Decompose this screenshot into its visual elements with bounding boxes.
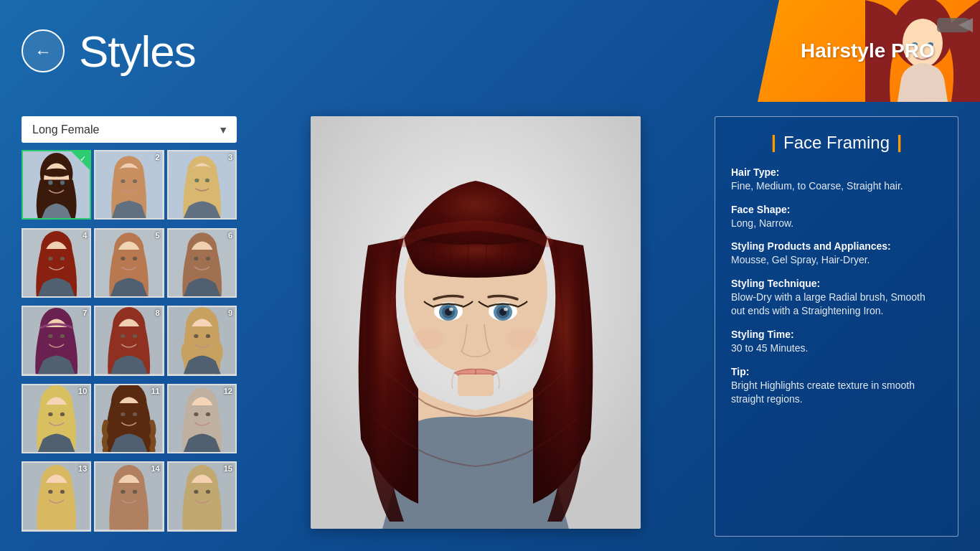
pipe-left: |	[771, 131, 776, 154]
svg-point-58	[121, 413, 126, 416]
tip-section: Tip: Bright Highlights create texture in…	[731, 366, 942, 407]
svg-point-43	[121, 334, 126, 338]
styling-products-value: Mousse, Gel Spray, Hair-Dryer.	[731, 254, 870, 265]
right-panel: | Face Framing | Hair Type: Fine, Medium…	[715, 116, 958, 537]
style-item[interactable]: 14	[94, 461, 164, 531]
style-number: 10	[78, 387, 87, 395]
face-shape-value: Long, Narrow.	[731, 217, 793, 229]
style-item[interactable]: 13	[22, 461, 91, 531]
svg-point-24	[60, 256, 65, 260]
svg-point-74	[133, 490, 137, 494]
svg-point-23	[48, 256, 52, 260]
style-number: 7	[83, 309, 87, 317]
style-item[interactable]: 10	[22, 384, 91, 453]
hair-type-value: Fine, Medium, to Coarse, Straight hair.	[731, 180, 903, 192]
style-name: Face Framing	[783, 133, 890, 153]
svg-point-69	[60, 490, 65, 494]
svg-point-13	[121, 179, 126, 183]
svg-point-53	[48, 413, 52, 416]
style-number: 2	[156, 153, 160, 161]
header: ← Styles Hairstyle PRO	[0, 0, 980, 102]
face-shape-section: Face Shape: Long, Narrow.	[731, 204, 942, 231]
styling-technique-section: Styling Technique: Blow-Dry with a large…	[731, 278, 942, 319]
brand-text: Hairstyle PRO	[801, 39, 935, 62]
main-content: Long Female Short Female Medium Female L…	[0, 102, 980, 551]
svg-point-33	[194, 256, 198, 260]
svg-point-63	[194, 413, 198, 416]
hair-type-section: Hair Type: Fine, Medium, to Coarse, Stra…	[731, 166, 942, 194]
svg-point-49	[206, 334, 210, 338]
style-item[interactable]: ✓	[22, 150, 91, 220]
style-item[interactable]: 4	[22, 228, 91, 298]
svg-point-48	[194, 334, 198, 338]
style-number: 12	[224, 387, 232, 395]
svg-point-9	[60, 180, 65, 184]
style-number: 11	[151, 387, 159, 395]
style-number: 8	[156, 309, 160, 317]
styling-technique-value: Blow-Dry with a large Radial brush, Smoo…	[731, 291, 925, 317]
left-panel: Long Female Short Female Medium Female L…	[22, 116, 237, 537]
style-item[interactable]: 5	[94, 228, 164, 298]
style-number: 3	[228, 153, 232, 161]
svg-point-34	[206, 256, 210, 260]
svg-rect-96	[458, 375, 494, 396]
svg-point-8	[48, 180, 52, 184]
style-grid: ✓ 2	[22, 150, 237, 537]
tip-label: Tip:	[731, 366, 942, 377]
styling-time-label: Styling Time:	[731, 329, 942, 340]
style-number: 6	[228, 231, 232, 240]
style-item[interactable]: 3	[167, 150, 237, 220]
style-item[interactable]: 9	[167, 306, 237, 375]
svg-point-19	[204, 179, 209, 182]
style-number: 9	[228, 309, 232, 317]
svg-point-39	[60, 334, 65, 338]
preview-frame	[311, 116, 641, 529]
svg-point-44	[133, 334, 137, 338]
styling-time-value: 30 to 45 Minutes.	[731, 342, 808, 354]
svg-point-68	[48, 490, 52, 494]
svg-point-38	[48, 334, 52, 338]
svg-point-95	[507, 328, 538, 349]
svg-point-28	[121, 256, 126, 260]
face-shape-label: Face Shape:	[731, 204, 942, 215]
pipe-right: |	[897, 131, 902, 154]
tip-value: Bright Highlights create texture in smoo…	[731, 380, 915, 405]
svg-point-14	[133, 179, 137, 183]
svg-point-92	[504, 308, 508, 311]
svg-point-87	[449, 308, 453, 311]
svg-point-64	[206, 413, 210, 416]
svg-point-18	[194, 179, 199, 182]
styling-time-section: Styling Time: 30 to 45 Minutes.	[731, 329, 942, 356]
style-name-header: | Face Framing |	[731, 131, 942, 154]
svg-point-79	[206, 490, 210, 494]
svg-point-73	[121, 490, 126, 494]
style-number: 5	[156, 231, 160, 240]
style-item[interactable]: 15	[167, 461, 237, 531]
back-button[interactable]: ←	[22, 29, 65, 72]
category-dropdown[interactable]: Long Female Short Female Medium Female L…	[22, 116, 237, 143]
page-title: Styles	[79, 26, 196, 77]
style-item[interactable]: 7	[22, 306, 91, 375]
category-dropdown-container: Long Female Short Female Medium Female L…	[22, 116, 237, 143]
svg-point-29	[133, 256, 137, 260]
back-arrow-icon: ←	[34, 42, 52, 62]
brand-badge: Hairstyle PRO	[758, 0, 980, 102]
center-panel	[248, 116, 704, 537]
styling-products-label: Styling Products and Appliances:	[731, 240, 942, 252]
svg-point-94	[413, 328, 445, 349]
style-item[interactable]: 11	[94, 384, 164, 453]
style-number: 13	[78, 464, 87, 473]
style-item[interactable]: 6	[167, 228, 237, 298]
styling-technique-label: Styling Technique:	[731, 278, 942, 289]
style-item[interactable]: 12	[167, 384, 237, 453]
styling-products-section: Styling Products and Appliances: Mousse,…	[731, 240, 942, 268]
style-number: 15	[224, 464, 232, 473]
style-item[interactable]: 2	[94, 150, 164, 220]
style-number: 4	[83, 231, 87, 240]
style-number: 14	[151, 464, 159, 473]
style-item[interactable]: 8	[94, 306, 164, 375]
svg-point-54	[60, 413, 65, 416]
svg-point-78	[194, 490, 198, 494]
hair-type-label: Hair Type:	[731, 166, 942, 178]
svg-point-59	[133, 413, 137, 416]
